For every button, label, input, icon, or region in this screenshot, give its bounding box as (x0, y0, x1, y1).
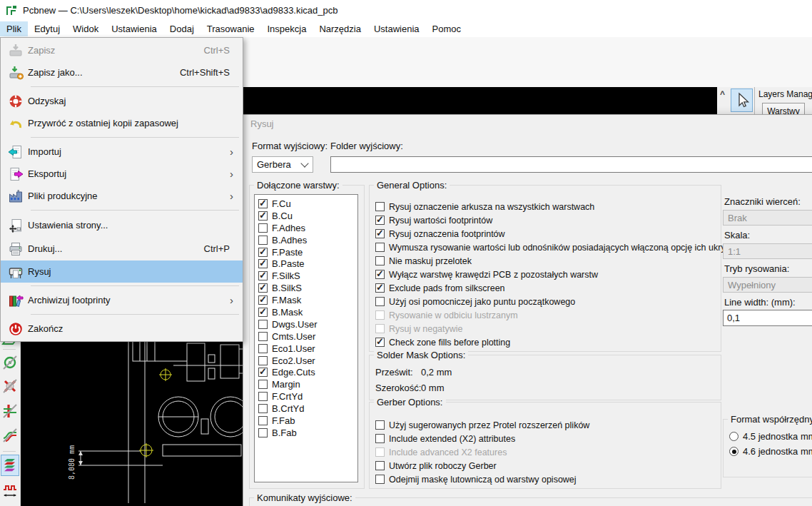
plot-option-row[interactable]: Wyłącz warstwę krawędzi PCB z pozostałyc… (375, 268, 737, 281)
menubar-item-dodaj[interactable]: Dodaj (163, 21, 201, 36)
layer-name: Edge.Cuts (272, 367, 315, 378)
layer-name: B.Fab (272, 427, 297, 438)
layer-row[interactable]: B.CrtYd (258, 403, 357, 415)
layer-row[interactable]: Eco1.User (258, 343, 357, 355)
layer-row[interactable]: F.SilkS (258, 270, 357, 282)
submenu-arrow-icon: › (230, 191, 237, 201)
menu-item-ustawienia-strony[interactable]: Ustawienia strony... (1, 213, 243, 237)
plot-mode-select: Wypełniony (723, 277, 812, 293)
layer-row[interactable]: Cmts.User (258, 330, 357, 343)
plot-option-row[interactable]: Rysuj oznaczenie arkusza na wszystkich w… (375, 200, 737, 213)
tracks-display-button[interactable] (1, 401, 19, 421)
menubar-item-ustawienia-2[interactable]: Ustawienia (367, 21, 426, 36)
checkbox-icon (258, 271, 268, 280)
plot-option-row[interactable]: Użyj osi pomocniczej jako puntu początko… (375, 295, 737, 308)
toolbar-separator (3, 349, 16, 350)
menu-item-importuj[interactable]: Importuj › (1, 141, 243, 163)
layer-row[interactable]: F.Mask (258, 294, 357, 306)
collapse-panel-button[interactable]: ^ (720, 89, 725, 99)
plot-option-row[interactable]: Rysuj wartości footprintów (375, 213, 737, 227)
layer-row[interactable]: B.Adhes (258, 234, 357, 246)
pcbnew-app-icon (5, 4, 18, 16)
menu-item-archiwizuj-footprinty[interactable]: Archiwizuj footprinty › (1, 289, 243, 311)
plot-option-row[interactable]: Exclude pads from silkscreen (375, 281, 737, 295)
plot-option-row[interactable]: Rysuj oznaczenia footprintów (375, 227, 737, 241)
layer-row[interactable]: B.Fab (258, 427, 357, 439)
gerber-option-row[interactable]: Odejmij maskę lutowniczą od warstwy opis… (375, 472, 589, 486)
menu-item-pliki-produkcyjne[interactable]: Pliki produkcyjne › (1, 185, 243, 207)
layer-row[interactable]: Dwgs.User (258, 318, 357, 330)
gerber-option-row[interactable]: Utwórz plik roboczy Gerber (375, 459, 589, 472)
plot-dialog: Rysuj Format wyjściowy: Folder wyjściowy… (243, 114, 812, 506)
menubar-item-pomoc[interactable]: Pomoc (426, 21, 467, 36)
plot-mode-label: Tryb rysowania: (724, 263, 789, 274)
line-width-value: 0,1 (727, 313, 740, 323)
checkbox-icon (258, 332, 268, 341)
layer-row[interactable]: Eco2.User (258, 355, 357, 367)
solder-mask-options-title: Solder Mask Options: (374, 350, 468, 360)
checkbox-icon (375, 270, 385, 279)
layer-name: B.CrtYd (272, 403, 305, 414)
gerber-options-title: Gerber Options: (374, 397, 446, 408)
layer-row[interactable]: F.Fab (258, 415, 357, 427)
menu-item-przywroc-kopie[interactable]: Przywróć z ostatniej kopii zapasowej (1, 112, 243, 134)
plot-option-row[interactable]: Rysuj w negatywie (375, 322, 737, 335)
select-tool-button[interactable] (731, 88, 753, 112)
gerber-option-row[interactable]: Include advanced X2 features (375, 445, 589, 459)
radio-icon (729, 447, 739, 456)
menubar-item-plik[interactable]: Plik (0, 21, 28, 36)
layer-row[interactable]: F.Paste (258, 246, 357, 258)
layer-name: F.SilkS (272, 270, 300, 281)
coord-format-46-radio[interactable]: 4.6 jednostka mm (729, 446, 812, 457)
radio-icon (729, 432, 739, 441)
menubar-item-narzedzia[interactable]: Narzędzia (313, 21, 367, 36)
layer-name: F.Cu (272, 198, 291, 209)
layer-row[interactable]: F.CrtYd (258, 390, 357, 403)
curved-tracks-display-button[interactable] (1, 425, 19, 445)
menu-item-drukuj[interactable]: Drukuj... Ctrl+P (1, 237, 243, 260)
solder-width-value: 0 mm (421, 383, 445, 393)
via-display-button[interactable] (1, 353, 19, 373)
menu-item-label: Odzyskaj (28, 96, 237, 106)
checkbox-icon (258, 356, 268, 365)
menu-item-rysuj[interactable]: Rysuj (1, 260, 243, 283)
layer-row[interactable]: B.SilkS (258, 282, 357, 294)
high-contrast-layers-button[interactable] (1, 455, 19, 476)
menu-item-label: Drukuj... (28, 243, 204, 254)
menubar-item-widok[interactable]: Widok (66, 21, 105, 36)
menubar-item-trasowanie[interactable]: Trasowanie (201, 21, 261, 36)
menubar-item-ustawienia-1[interactable]: Ustawienia (105, 21, 163, 36)
plot-option-row[interactable]: Nie maskuj przelotek (375, 254, 737, 268)
scale-select: 1:1 (723, 243, 812, 259)
plot-option-row[interactable]: Check zone fills before plotting (375, 335, 737, 349)
menubar-item-inspekcja[interactable]: Inspekcja (261, 21, 313, 36)
menu-item-eksportuj[interactable]: Eksportuj › (1, 163, 243, 185)
menu-item-zakoncz[interactable]: Zakończ (1, 318, 243, 340)
layer-row[interactable]: Margin (258, 378, 357, 390)
file-menu: Zapisz Ctrl+S Zapisz jako... Ctrl+Shift+… (0, 37, 243, 342)
output-folder-input[interactable] (330, 156, 812, 173)
output-format-select[interactable]: Gerbera (252, 156, 313, 173)
menubar-item-edytuj[interactable]: Edytuj (28, 21, 66, 36)
layer-name: Eco1.User (272, 343, 315, 354)
gerber-option-row[interactable]: Użyj sugerowanych przez Protel rozszerze… (375, 418, 589, 432)
curved-tracks-display-icon (1, 427, 19, 444)
gerber-option-row[interactable]: Include extended (X2) attributes (375, 432, 589, 445)
track-meander-button[interactable] (1, 481, 19, 501)
plot-option-row[interactable]: Wymusza rysowanie wartości lub odnośnikó… (375, 241, 737, 254)
layer-row[interactable]: F.Cu (258, 198, 357, 210)
coord-format-45-radio[interactable]: 4.5 jednostka mm (729, 431, 812, 442)
layer-row[interactable]: Edge.Cuts (258, 366, 357, 378)
menu-item-zapisz-jako[interactable]: Zapisz jako... Ctrl+Shift+S (1, 61, 243, 84)
layers-listbox[interactable]: F.Cu B.Cu F.Adhes B.Adhes F.Paste (254, 194, 358, 482)
gerber-option-label: Include advanced X2 features (389, 447, 507, 457)
line-width-input[interactable]: 0,1 (723, 310, 812, 326)
layer-row[interactable]: F.Adhes (258, 222, 357, 234)
layer-row[interactable]: B.Paste (258, 258, 357, 270)
menu-item-zapisz[interactable]: Zapisz Ctrl+S (1, 39, 243, 61)
layer-row[interactable]: B.Cu (258, 210, 357, 222)
plot-option-row[interactable]: Rysowanie w odbiciu lustrzanym (375, 308, 737, 322)
ratsnest-display-button[interactable] (1, 376, 19, 396)
layer-row[interactable]: B.Mask (258, 306, 357, 318)
menu-item-odzyskaj[interactable]: Odzyskaj (1, 90, 243, 112)
